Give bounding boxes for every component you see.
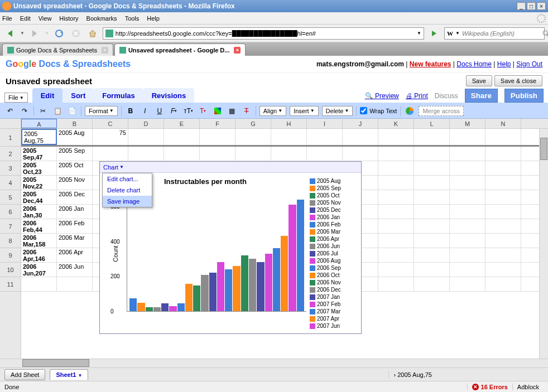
menu-tools[interactable]: Tools xyxy=(125,15,140,22)
search-engine-icon[interactable]: W xyxy=(447,30,453,37)
cell-K5[interactable] xyxy=(378,190,414,204)
cell-L2[interactable] xyxy=(414,147,450,161)
cell-K10[interactable] xyxy=(378,263,414,277)
wrap-text-checkbox[interactable]: Wrap Text xyxy=(360,107,397,114)
cell-B11[interactable] xyxy=(57,277,93,291)
tab-google-docs[interactable]: Google Docs & Spreadsheets × xyxy=(2,43,113,56)
cell-A11[interactable] xyxy=(21,277,57,291)
cell-N3[interactable] xyxy=(485,161,521,175)
maximize-button[interactable]: □ xyxy=(527,2,536,10)
cell-B8[interactable]: 2006 Mar xyxy=(57,234,93,248)
column-header-K[interactable]: K xyxy=(378,119,414,128)
chart-menu-edit[interactable]: Edit chart... xyxy=(103,173,152,185)
file-menu-button[interactable]: File▼ xyxy=(4,93,28,103)
cell-B3[interactable]: 2005 Oct xyxy=(57,161,93,175)
tab-unsaved-spreadsheet[interactable]: Unsaved spreadsheet - Google D... × xyxy=(114,43,246,56)
cell-L1[interactable] xyxy=(414,129,450,145)
cell-K7[interactable] xyxy=(378,219,414,233)
cell-B7[interactable]: 2006 Feb xyxy=(57,219,93,233)
menu-help[interactable]: Help xyxy=(147,15,160,22)
row-header-2[interactable]: 2 xyxy=(0,147,21,161)
cell-A5[interactable]: 2005 Dec,44 xyxy=(21,190,57,204)
cell-A8[interactable]: 2006 Mar,158 xyxy=(21,234,57,248)
cell-A10[interactable]: 2006 Jun,207 xyxy=(21,263,57,277)
sign-out-link[interactable]: Sign Out xyxy=(516,60,542,68)
column-header-F[interactable]: F xyxy=(200,119,235,128)
menu-file[interactable]: File xyxy=(2,15,12,22)
search-input[interactable] xyxy=(462,30,540,37)
cell-M7[interactable] xyxy=(450,219,485,233)
tab-edit[interactable]: Edit xyxy=(32,88,63,103)
font-size-button[interactable]: тT▾ xyxy=(183,105,194,117)
back-dropdown[interactable]: ▼ xyxy=(20,31,25,36)
cell-N4[interactable] xyxy=(485,176,521,190)
column-header-N[interactable]: N xyxy=(485,119,521,128)
adblock-indicator[interactable]: Adblock xyxy=(513,384,544,390)
cell-L5[interactable] xyxy=(414,190,450,204)
cell-M4[interactable] xyxy=(450,176,485,190)
sheet-tab-sheet1[interactable]: Sheet1 ▼ xyxy=(50,369,88,380)
url-bar[interactable]: ▼ xyxy=(103,27,424,40)
cell-K4[interactable] xyxy=(378,176,414,190)
cell-A6[interactable]: 2006 Jan,30 xyxy=(21,205,57,219)
publish-button[interactable]: Publish xyxy=(504,89,544,103)
copy-button[interactable]: 📋 xyxy=(52,105,63,117)
cell-B4[interactable]: 2005 Nov xyxy=(57,176,93,190)
cell-B5[interactable]: 2005 Dec xyxy=(57,190,93,204)
url-dropdown-icon[interactable]: ▼ xyxy=(417,31,421,36)
fill-color-button[interactable] xyxy=(212,105,223,117)
cell-D2[interactable] xyxy=(128,147,164,161)
cut-button[interactable]: ✂ xyxy=(37,105,49,117)
embedded-chart[interactable]: Chart ▼ Edit chart... Delete chart Save … xyxy=(99,161,362,334)
search-engine-dropdown[interactable]: ▼ xyxy=(455,31,460,36)
underline-button[interactable]: U xyxy=(154,105,165,117)
cell-M5[interactable] xyxy=(450,190,485,204)
cell-M10[interactable] xyxy=(450,263,485,277)
cell-K2[interactable] xyxy=(378,147,414,161)
minimize-button[interactable]: _ xyxy=(517,2,526,10)
preview-link[interactable]: 🔍 Preview xyxy=(365,92,399,100)
cell-N7[interactable] xyxy=(485,219,521,233)
vertical-scrollbar[interactable] xyxy=(539,129,548,359)
cell-L6[interactable] xyxy=(414,205,450,219)
reload-button[interactable] xyxy=(52,27,66,40)
cell-C2[interactable] xyxy=(93,147,128,161)
cell-D1[interactable] xyxy=(128,129,164,145)
text-color-button[interactable]: T▾ xyxy=(198,105,209,117)
column-header-I[interactable]: I xyxy=(307,119,343,128)
cell-H2[interactable] xyxy=(271,147,307,161)
cell-A9[interactable]: 2006 Apr,146 xyxy=(21,248,57,262)
tab-close-icon[interactable]: × xyxy=(102,47,108,54)
menu-bookmarks[interactable]: Bookmarks xyxy=(86,15,117,22)
scrollbar-thumb[interactable] xyxy=(22,359,89,367)
column-header-A[interactable]: A xyxy=(21,119,57,128)
clear-format-button[interactable]: T xyxy=(241,105,252,117)
cell-K1[interactable] xyxy=(378,129,414,145)
discuss-link[interactable]: Discuss xyxy=(435,92,458,100)
cell-M6[interactable] xyxy=(450,205,485,219)
cell-A1[interactable]: 2005 Aug,75 xyxy=(21,129,57,145)
row-header-9[interactable]: 9 xyxy=(0,248,21,263)
row-header-1[interactable]: 1 xyxy=(0,129,21,147)
search-go-icon[interactable] xyxy=(542,30,548,37)
cell-M9[interactable] xyxy=(450,248,485,262)
cell-H1[interactable] xyxy=(271,129,307,145)
cell-N5[interactable] xyxy=(485,190,521,204)
menu-edit[interactable]: Edit xyxy=(20,15,31,22)
cell-N9[interactable] xyxy=(485,248,521,262)
back-button[interactable] xyxy=(3,27,17,40)
menu-history[interactable]: History xyxy=(59,15,78,22)
cell-K11[interactable] xyxy=(378,277,414,291)
stop-button[interactable] xyxy=(69,27,83,40)
cell-A3[interactable]: 2005 Oct,23 xyxy=(21,161,57,175)
italic-button[interactable]: I xyxy=(140,105,151,117)
column-header-M[interactable]: M xyxy=(450,119,485,128)
cell-N6[interactable] xyxy=(485,205,521,219)
cell-E2[interactable] xyxy=(164,147,200,161)
cell-N8[interactable] xyxy=(485,234,521,248)
cell-N10[interactable] xyxy=(485,263,521,277)
share-button[interactable]: Share xyxy=(465,89,498,103)
align-dropdown[interactable]: Align▼ xyxy=(259,106,286,116)
cell-C1[interactable]: 75 xyxy=(93,129,128,145)
cell-B9[interactable]: 2006 Apr xyxy=(57,248,93,262)
